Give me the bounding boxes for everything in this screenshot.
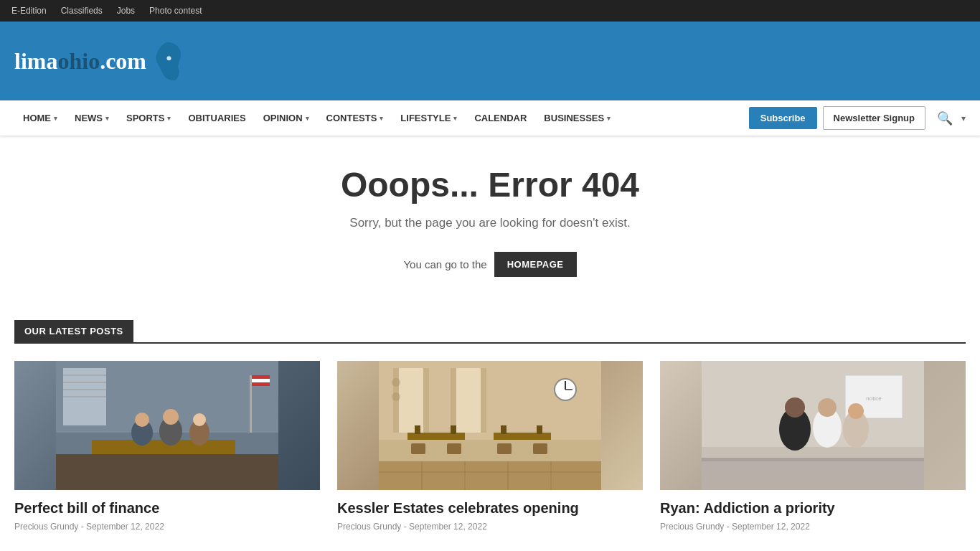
newsletter-button[interactable]: Newsletter Signup [823, 106, 925, 130]
post-image-1[interactable] [14, 361, 320, 490]
svg-rect-37 [497, 443, 512, 454]
svg-rect-28 [481, 368, 486, 433]
svg-point-55 [818, 398, 837, 417]
svg-point-10 [135, 413, 149, 427]
nav-link-obituaries[interactable]: OBITUARIES [179, 100, 254, 136]
top-bar: E-Edition Classifieds Jobs Photo contest [0, 0, 980, 22]
error-title: Ooops... Error 404 [14, 165, 966, 204]
homepage-row: You can go to the HOMEPAGE [14, 252, 966, 277]
nav-item-contests: CONTESTS ▾ [318, 100, 392, 136]
post-meta-1: Precious Grundy - September 12, 2022 [14, 522, 320, 532]
svg-rect-17 [252, 379, 270, 382]
nav-link-calendar[interactable]: CALENDAR [466, 100, 535, 136]
news-chevron-icon: ▾ [105, 115, 109, 122]
kessler-scene-icon [337, 361, 643, 490]
latest-posts-label: OUR LATEST POSTS [14, 320, 133, 342]
latest-posts-section: OUR LATEST POSTS [0, 306, 980, 551]
svg-rect-33 [501, 425, 507, 434]
svg-text:notice: notice [866, 395, 882, 402]
post-title-1[interactable]: Perfect bill of finance [14, 499, 320, 517]
svg-rect-27 [451, 368, 456, 433]
svg-rect-23 [423, 368, 429, 433]
svg-rect-18 [56, 454, 278, 490]
post-date-1: September 12, 2022 [86, 522, 164, 532]
latest-posts-header: OUR LATEST POSTS [14, 320, 966, 344]
nav-item-obituaries: OBITUARIES [179, 100, 254, 136]
post-author-3: Precious Grundy [660, 522, 724, 532]
sports-chevron-icon: ▾ [167, 115, 171, 122]
post-author-1: Precious Grundy [14, 522, 78, 532]
nav-item-home: HOME ▾ [14, 100, 66, 136]
logo-domain: .com [100, 48, 146, 74]
lifestyle-chevron-icon: ▾ [453, 115, 457, 122]
post-image-3[interactable]: notice [660, 361, 966, 490]
nav-right-actions: Subscribe Newsletter Signup 🔍 ▾ [749, 106, 966, 130]
nav-item-lifestyle: LIFESTYLE ▾ [392, 100, 466, 136]
nav-link-news[interactable]: NEWS ▾ [66, 100, 118, 136]
post-card-2: Kessler Estates celebrates opening Preci… [337, 361, 643, 532]
svg-point-12 [163, 409, 179, 425]
main-nav: HOME ▾ NEWS ▾ SPORTS ▾ OBITUARIES OPINIO… [0, 100, 980, 136]
nav-items-list: HOME ▾ NEWS ▾ SPORTS ▾ OBITUARIES OPINIO… [14, 100, 749, 136]
council-scene-icon [14, 361, 320, 490]
svg-rect-59 [702, 458, 924, 461]
top-bar-classifieds-link[interactable]: Classifieds [61, 6, 103, 16]
svg-rect-35 [411, 443, 425, 454]
top-bar-jobs-link[interactable]: Jobs [117, 6, 135, 16]
nav-item-calendar: CALENDAR [466, 100, 535, 136]
logo-lima: lima [14, 48, 57, 74]
svg-point-25 [392, 392, 400, 401]
svg-rect-31 [451, 425, 456, 434]
subscribe-button[interactable]: Subscribe [749, 107, 817, 129]
svg-rect-38 [533, 443, 547, 454]
opinion-chevron-icon: ▾ [306, 115, 309, 122]
post-author-2: Precious Grundy [337, 522, 401, 532]
nav-link-lifestyle[interactable]: LIFESTYLE ▾ [392, 100, 466, 136]
svg-rect-34 [537, 425, 542, 434]
go-to-text: You can go to the [403, 258, 486, 270]
post-card-3: notice Ryan: Addiction a priority [660, 361, 966, 532]
post-card-1: Perfect bill of finance Precious Grundy … [14, 361, 320, 532]
svg-rect-15 [250, 375, 252, 433]
top-bar-edition-link[interactable]: E-Edition [11, 6, 47, 16]
nav-link-sports[interactable]: SPORTS ▾ [118, 100, 179, 136]
posts-grid: Perfect bill of finance Precious Grundy … [14, 361, 966, 532]
contests-chevron-icon: ▾ [380, 115, 383, 122]
post-image-2[interactable] [337, 361, 643, 490]
logo[interactable]: limaohio.com [14, 39, 186, 83]
svg-rect-42 [379, 461, 601, 490]
svg-point-57 [848, 403, 864, 419]
logo-ohio: ohio [57, 48, 100, 74]
nav-item-sports: SPORTS ▾ [118, 100, 179, 136]
post-meta-2: Precious Grundy - September 12, 2022 [337, 522, 643, 532]
nav-link-opinion[interactable]: OPINION ▾ [255, 100, 318, 136]
nav-link-businesses[interactable]: BUSINESSES ▾ [535, 100, 619, 136]
homepage-button[interactable]: HOMEPAGE [494, 252, 577, 277]
nav-extra-dropdown-icon[interactable]: ▾ [961, 113, 966, 123]
svg-point-14 [193, 413, 206, 426]
ryan-scene-icon: notice [660, 361, 966, 490]
svg-point-53 [785, 397, 805, 418]
post-date-3: September 12, 2022 [732, 522, 810, 532]
site-header: limaohio.com [0, 22, 980, 100]
error-subtitle: Sorry, but the page you are looking for … [14, 216, 966, 230]
search-icon[interactable]: 🔍 [937, 110, 953, 126]
nav-link-contests[interactable]: CONTESTS ▾ [318, 100, 392, 136]
nav-item-news: NEWS ▾ [66, 100, 118, 136]
businesses-chevron-icon: ▾ [607, 115, 611, 122]
error-content: Ooops... Error 404 Sorry, but the page y… [0, 136, 980, 306]
top-bar-photo-link[interactable]: Photo contest [149, 6, 202, 16]
svg-rect-30 [415, 425, 420, 434]
nav-item-opinion: OPINION ▾ [255, 100, 318, 136]
post-meta-3: Precious Grundy - September 12, 2022 [660, 522, 966, 532]
post-title-3[interactable]: Ryan: Addiction a priority [660, 499, 966, 517]
ohio-state-shape-icon [150, 39, 186, 83]
post-title-2[interactable]: Kessler Estates celebrates opening [337, 499, 643, 517]
svg-point-0 [166, 56, 171, 60]
post-date-2: September 12, 2022 [409, 522, 487, 532]
svg-rect-36 [447, 443, 461, 454]
nav-item-businesses: BUSINESSES ▾ [535, 100, 619, 136]
home-chevron-icon: ▾ [54, 115, 57, 122]
svg-point-24 [392, 378, 400, 387]
nav-link-home[interactable]: HOME ▾ [14, 100, 66, 136]
